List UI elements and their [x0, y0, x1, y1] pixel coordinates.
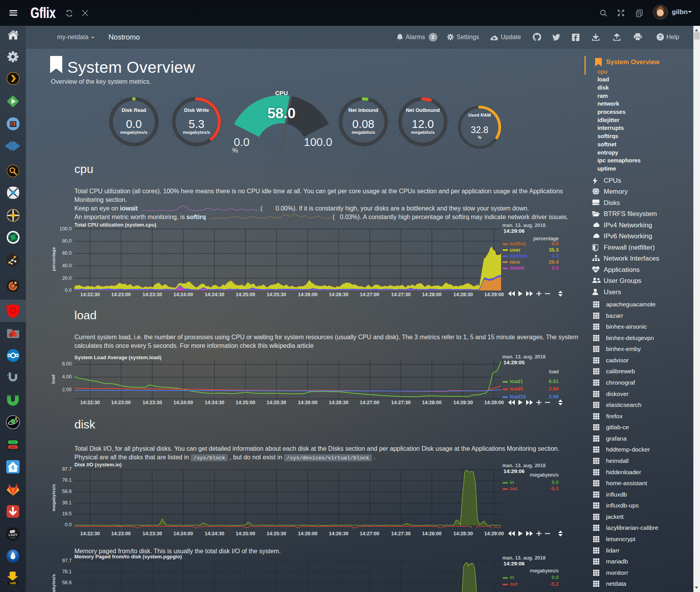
svg-text:LAZY: LAZY [9, 533, 18, 537]
svg-text:?: ? [659, 34, 662, 40]
svg-text:Offline: Offline [10, 446, 16, 448]
svg-text:Online: Online [10, 441, 16, 443]
svg-text:sab: sab [10, 581, 16, 585]
svg-text:librarian: librarian [10, 537, 16, 539]
